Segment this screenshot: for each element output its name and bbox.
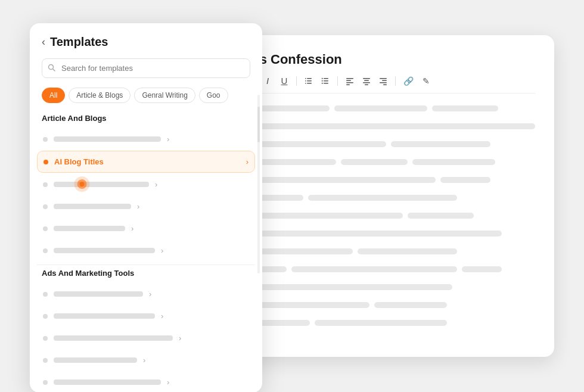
section-divider <box>37 265 255 265</box>
template-skeleton <box>54 291 143 297</box>
svg-rect-17 <box>364 80 369 81</box>
align-left-icon[interactable] <box>344 76 356 86</box>
active-item-dot <box>44 160 48 164</box>
svg-rect-8 <box>324 83 328 84</box>
svg-rect-15 <box>346 84 350 85</box>
svg-rect-21 <box>382 80 387 81</box>
tab-goo[interactable]: Goo <box>199 88 228 103</box>
template-item[interactable]: › <box>37 328 255 349</box>
tab-all[interactable]: All <box>42 88 65 103</box>
template-skeleton <box>54 313 155 319</box>
svg-rect-19 <box>365 84 368 85</box>
svg-rect-6 <box>324 78 328 79</box>
skeleton <box>432 105 498 111</box>
templates-card: ‹ Templates All Article & Blogs Genral W… <box>30 23 262 392</box>
svg-rect-22 <box>380 82 387 83</box>
template-item[interactable]: › <box>37 218 255 239</box>
template-skeleton <box>54 136 161 142</box>
link-icon[interactable]: 🔗 <box>402 75 415 87</box>
template-skeleton <box>54 335 173 341</box>
chevron-right-icon: › <box>149 290 151 298</box>
template-item[interactable]: › <box>37 196 255 217</box>
template-skeleton <box>54 379 161 385</box>
cursor-pointer <box>72 175 92 197</box>
ordered-list-icon[interactable] <box>303 76 315 86</box>
align-center-icon[interactable] <box>361 76 372 86</box>
scene: A Father's Confession ↩ ↪ B I U <box>30 23 554 369</box>
tabs-container: All Article & Blogs Genral Writing Goo <box>30 88 262 103</box>
chevron-right-icon: › <box>167 135 169 144</box>
template-item-ai-blog-titles[interactable]: AI Blog Titles › <box>37 151 255 173</box>
toolbar-sep-4 <box>395 76 396 86</box>
svg-rect-20 <box>380 78 387 79</box>
template-skeleton <box>54 357 137 363</box>
underline-icon[interactable]: U <box>278 74 290 87</box>
chevron-right-icon: › <box>167 378 169 387</box>
skeleton <box>440 177 490 183</box>
svg-rect-7 <box>324 80 328 82</box>
skeleton <box>391 141 490 147</box>
svg-rect-12 <box>346 78 353 79</box>
item-dot <box>43 248 48 253</box>
template-skeleton <box>54 182 149 187</box>
tab-general-writing[interactable]: Genral Writing <box>134 88 195 103</box>
template-item[interactable]: › <box>37 372 255 392</box>
template-item[interactable]: › <box>37 306 255 326</box>
template-item[interactable]: › <box>37 284 255 304</box>
chevron-right-icon: › <box>161 312 163 321</box>
search-container <box>42 58 250 78</box>
item-dot <box>43 380 48 385</box>
section-title-article: Article And Blogs <box>30 114 262 123</box>
search-icon <box>48 64 55 73</box>
skeleton <box>358 248 457 254</box>
skeleton <box>374 302 447 308</box>
active-chevron-right-icon: › <box>246 157 248 166</box>
template-item[interactable]: › <box>37 350 255 371</box>
skeleton <box>334 105 427 111</box>
skeleton <box>408 213 474 219</box>
skeleton <box>462 266 502 272</box>
templates-panel-title: Templates <box>50 35 108 49</box>
chevron-right-icon: › <box>179 334 181 343</box>
svg-point-10 <box>322 80 323 81</box>
svg-point-11 <box>322 82 323 83</box>
svg-rect-1 <box>307 80 312 82</box>
svg-point-9 <box>322 77 323 79</box>
svg-rect-0 <box>307 78 312 79</box>
svg-line-25 <box>53 69 55 71</box>
template-item[interactable]: › <box>37 240 255 261</box>
item-dot <box>43 226 48 231</box>
scrollbar-track <box>257 95 260 273</box>
svg-rect-4 <box>305 80 306 82</box>
chevron-right-icon: › <box>143 356 145 365</box>
item-dot <box>43 204 48 209</box>
chevron-right-icon: › <box>161 246 163 255</box>
template-skeleton <box>54 226 125 231</box>
align-right-icon[interactable] <box>377 76 389 86</box>
template-skeleton <box>54 204 131 209</box>
unordered-list-icon[interactable] <box>319 76 331 86</box>
section-title-ads: Ads And Marketing Tools <box>30 269 262 278</box>
skeleton <box>308 195 457 201</box>
item-dot <box>43 137 48 142</box>
search-input[interactable] <box>42 58 250 78</box>
scrollbar-thumb[interactable] <box>257 107 260 142</box>
item-dot <box>43 314 48 319</box>
italic-icon[interactable]: I <box>262 74 274 87</box>
templates-header: ‹ Templates <box>30 35 262 49</box>
pencil-icon[interactable]: ✎ <box>420 75 432 87</box>
template-item[interactable]: › <box>37 174 255 195</box>
item-dot <box>43 182 48 187</box>
template-list-article: › AI Blog Titles › › › › <box>30 129 262 261</box>
svg-rect-2 <box>307 83 312 84</box>
tab-article-blogs[interactable]: Article & Blogs <box>69 88 131 103</box>
item-dot <box>43 336 48 341</box>
svg-rect-5 <box>305 83 306 84</box>
svg-rect-18 <box>363 82 370 83</box>
back-button[interactable]: ‹ <box>42 36 45 48</box>
item-dot <box>43 292 48 297</box>
skeleton <box>291 266 457 272</box>
chevron-right-icon: › <box>155 180 157 189</box>
svg-rect-14 <box>346 82 353 83</box>
template-item[interactable]: › <box>37 129 255 150</box>
